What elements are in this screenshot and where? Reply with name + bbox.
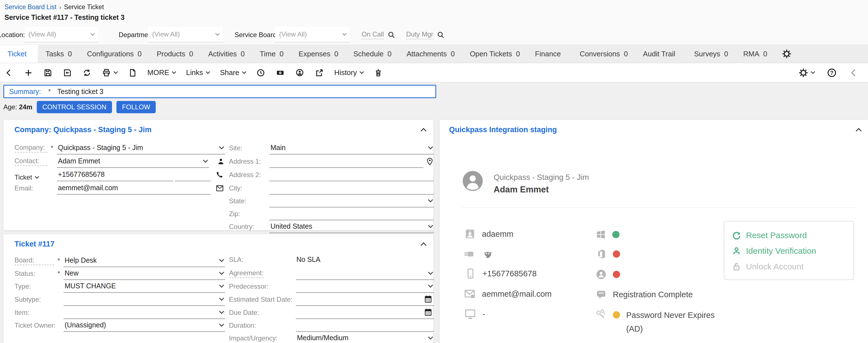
- quickpass-actions-card: Reset Password Identity Verification Unl…: [724, 221, 854, 280]
- status-select[interactable]: New: [63, 268, 225, 280]
- item-select[interactable]: [63, 307, 225, 319]
- back-icon[interactable]: [4, 68, 13, 77]
- duty-mgr-search[interactable]: Duty Mgr: [406, 27, 445, 43]
- calendar-icon[interactable]: [424, 308, 432, 316]
- phone-type-select[interactable]: Ticket: [14, 173, 48, 181]
- tab-time[interactable]: Time0: [252, 45, 291, 63]
- links-menu[interactable]: Links: [186, 68, 210, 77]
- agreement-label[interactable]: Agreement:: [229, 269, 264, 278]
- tab-schedule[interactable]: Schedule0: [346, 45, 399, 63]
- on-call-label[interactable]: On Call: [362, 30, 384, 39]
- collapse-company-panel-icon[interactable]: [421, 128, 427, 134]
- more-menu[interactable]: MORE: [147, 68, 176, 77]
- site-select[interactable]: Main: [269, 142, 434, 154]
- tab-configurations[interactable]: Configurations0: [80, 45, 149, 63]
- email-input[interactable]: aemmet@mail.com: [57, 182, 211, 195]
- board-select[interactable]: Help Desk: [63, 255, 225, 267]
- search-icon[interactable]: [387, 31, 396, 39]
- company-label[interactable]: Company:: [14, 144, 48, 152]
- copy-ticket-icon[interactable]: [128, 68, 137, 77]
- phone-input[interactable]: +15677685678: [57, 169, 173, 181]
- contact-value: Adam Emmet: [58, 157, 100, 165]
- tab-surveys[interactable]: Surveys0: [687, 45, 736, 63]
- summary-value[interactable]: Testing ticket 3: [57, 88, 103, 96]
- password-expiry-status-row: Password Never Expires (AD): [594, 308, 718, 336]
- collapse-quickpass-panel-icon[interactable]: [856, 128, 862, 134]
- tab-settings-gear-icon[interactable]: [775, 45, 799, 63]
- identity-verification-button[interactable]: Identity Verification: [732, 243, 854, 259]
- tab-activities[interactable]: Activities0: [201, 45, 252, 63]
- calendar-icon[interactable]: [424, 295, 432, 303]
- tab-tasks[interactable]: Tasks0: [38, 45, 80, 63]
- chevron-down-icon: [215, 31, 220, 36]
- tab-finance[interactable]: Finance: [528, 45, 572, 63]
- tab-open-tickets[interactable]: Open Tickets0: [462, 45, 527, 63]
- map-pin-icon[interactable]: [426, 157, 434, 166]
- duty-mgr-label[interactable]: Duty Mgr: [406, 30, 433, 39]
- tab-ticket[interactable]: Ticket: [0, 45, 38, 63]
- contact-person-icon[interactable]: [217, 157, 225, 166]
- city-input[interactable]: [269, 182, 434, 195]
- open-in-new-icon[interactable]: [315, 68, 324, 77]
- type-select[interactable]: MUST CHANGE: [63, 281, 225, 293]
- tab-conversions[interactable]: Conversions0: [572, 45, 636, 63]
- duration-input[interactable]: [296, 320, 434, 332]
- svg-text:?: ?: [830, 69, 833, 76]
- delete-icon[interactable]: [374, 68, 383, 77]
- age-value: 24m: [19, 103, 32, 111]
- collapse-ticket-panel-icon[interactable]: [421, 242, 427, 248]
- subtype-select[interactable]: [63, 294, 225, 306]
- save-and-close-icon[interactable]: [63, 68, 72, 77]
- address1-input[interactable]: [269, 155, 424, 168]
- settings-gear-menu[interactable]: [799, 68, 814, 78]
- impact-urgency-select[interactable]: Medium/Medium: [296, 333, 434, 343]
- time-entry-icon[interactable]: [256, 68, 265, 77]
- location-filter-select[interactable]: (View All): [25, 27, 98, 42]
- email-envelope-icon[interactable]: [216, 184, 224, 193]
- expense-icon[interactable]: [276, 68, 285, 77]
- control-session-button[interactable]: CONTROL SESSION: [37, 101, 112, 113]
- ticket-owner-select[interactable]: (Unassigned): [63, 320, 225, 332]
- share-menu[interactable]: Share: [220, 68, 246, 77]
- predecessor-select[interactable]: [296, 281, 434, 293]
- on-call-search[interactable]: On Call: [362, 27, 396, 43]
- estimated-start-date-input[interactable]: [296, 294, 434, 306]
- country-select[interactable]: United States: [269, 221, 434, 233]
- due-date-input[interactable]: [296, 307, 434, 319]
- history-menu[interactable]: History: [334, 68, 363, 77]
- phone-ext-input[interactable]: [175, 169, 211, 181]
- links-label: Links: [186, 68, 203, 77]
- add-icon[interactable]: [24, 68, 33, 77]
- company-select[interactable]: Quickpass - Staging 5 - Jim: [57, 142, 225, 154]
- tab-rma[interactable]: RMA0: [736, 45, 775, 63]
- refresh-icon[interactable]: [83, 68, 91, 77]
- board-label[interactable]: Board:: [14, 256, 54, 265]
- reset-password-button[interactable]: Reset Password: [732, 228, 854, 243]
- tab-expenses[interactable]: Expenses0: [291, 45, 346, 63]
- contact-session-icon[interactable]: [295, 68, 304, 77]
- service-board-filter-select[interactable]: (View All): [275, 27, 350, 42]
- contact-field-row: Contact: Adam Emmet: [14, 155, 225, 168]
- zip-input[interactable]: [269, 208, 434, 220]
- department-filter-select[interactable]: (View All): [148, 27, 223, 42]
- summary-field[interactable]: Summary: * Testing ticket 3: [3, 85, 436, 98]
- registration-status-text: Registration Complete: [613, 290, 693, 299]
- contact-label[interactable]: Contact:: [14, 157, 48, 166]
- phone-icon[interactable]: [216, 171, 224, 179]
- contact-select[interactable]: Adam Emmet: [57, 155, 209, 168]
- ticket-tab-bar: Ticket Tasks0 Configurations0 Products0 …: [0, 45, 868, 63]
- state-select[interactable]: [269, 195, 434, 207]
- breadcrumb-service-board-list[interactable]: Service Board List: [4, 3, 57, 10]
- unlock-account-button[interactable]: Unlock Account: [732, 259, 854, 275]
- print-button[interactable]: [102, 68, 117, 77]
- tab-products[interactable]: Products0: [149, 45, 200, 63]
- save-icon[interactable]: [43, 68, 52, 77]
- tab-audit-trail[interactable]: Audit Trail: [636, 45, 687, 63]
- follow-button[interactable]: FOLLOW: [117, 101, 156, 113]
- help-icon[interactable]: ?: [827, 68, 837, 78]
- collapse-panel-icon[interactable]: [849, 68, 859, 78]
- search-icon[interactable]: [436, 31, 445, 39]
- tab-attachments[interactable]: Attachments0: [399, 45, 462, 63]
- agreement-select[interactable]: [296, 268, 434, 280]
- address2-input[interactable]: [269, 169, 434, 181]
